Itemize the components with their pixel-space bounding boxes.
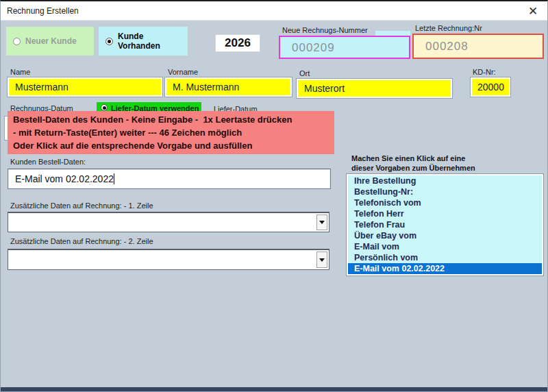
neue-rechnungs-nummer-field[interactable]: 000209 (279, 36, 410, 59)
chevron-down-icon (319, 221, 325, 224)
hint-line: - mit Return-Taste(Enter) weiter --- 46 … (13, 126, 334, 139)
preset-list-item[interactable]: Über eBay vom (348, 230, 542, 241)
zeile2-combobox[interactable] (8, 249, 329, 270)
vorgaben-hint-line1: Machen Sie einen Klick auf eine (351, 154, 465, 164)
bottom-bar (1, 387, 547, 391)
zeile2-dropdown-button[interactable] (316, 252, 327, 268)
preset-list-item[interactable]: Telefonisch vom (348, 197, 542, 208)
name-label: Name (10, 68, 30, 76)
kdnr-field[interactable]: 20000 (471, 77, 510, 97)
neue-rechnungs-nummer-label: Neue Rechnugs-Nummer (282, 26, 368, 34)
name-field[interactable]: Mustermann (8, 77, 162, 97)
preset-list-item[interactable]: Telefon Frau (348, 219, 542, 230)
zeile2-label: Zusätzliche Daten auf Rechnung: - 2. Zei… (10, 237, 153, 245)
ort-label: Ort (299, 69, 310, 77)
hint-banner: Bestell-Daten des Kunden - Keine Eingabe… (8, 111, 334, 154)
radio-checked-icon (101, 104, 108, 111)
preset-list-item[interactable]: Persönlich vom (348, 252, 542, 263)
preset-list-item[interactable]: E-Mail vom (348, 241, 542, 252)
hint-line: Oder Klick auf die entsprechende Vorgabe… (13, 139, 334, 152)
title-bar: Rechnung Erstellen ✕ (1, 1, 547, 21)
preset-list-item[interactable]: Bestellung-Nr: (348, 186, 542, 197)
zeile2-value (8, 254, 14, 265)
text-caret (114, 173, 114, 184)
letzte-rechnung-field[interactable]: 000208 (412, 34, 544, 59)
vorname-field[interactable]: M. Mustermann (165, 77, 292, 97)
preset-list-item[interactable]: Ihre Bestellung (348, 175, 542, 186)
rechnung-erstellen-dialog: Rechnung Erstellen ✕ Neuer Kunde Kunde V… (0, 0, 548, 392)
chevron-down-icon (319, 258, 325, 262)
zeile1-value (8, 217, 14, 227)
radio-kunde-vorhanden[interactable]: Kunde Vorhanden (99, 27, 188, 56)
window-title: Rechnung Erstellen (1, 6, 79, 16)
kunden-bestell-daten-value: E-Mail vom 02.02.2022 (8, 169, 114, 188)
zeile1-dropdown-button[interactable] (316, 215, 327, 230)
radio-neuer-kunde-label: Neuer Kunde (25, 36, 77, 46)
kunden-bestell-daten-input[interactable]: E-Mail vom 02.02.2022 (8, 169, 331, 189)
ort-field[interactable]: Musterort (297, 79, 452, 98)
hint-line: Bestell-Daten des Kunden - Keine Eingabe… (13, 113, 334, 126)
kdnr-label: KD-Nr: (473, 68, 496, 76)
close-icon[interactable]: ✕ (523, 1, 543, 21)
radio-kunde-vorhanden-label: Kunde Vorhanden (118, 32, 188, 51)
zeile1-combobox[interactable] (8, 212, 329, 232)
preset-list-item[interactable]: E-Mail vom 02.02.2022 (348, 263, 542, 274)
zeile1-label: Zusätzliche Daten auf Rechnung: - 1. Zei… (10, 201, 153, 210)
kunden-bestell-daten-label: Kunden Bestell-Daten: (10, 158, 86, 166)
radio-neuer-kunde[interactable]: Neuer Kunde (6, 27, 94, 56)
vorname-label: Vorname (168, 68, 198, 76)
letzte-rechnung-label: Letzte Rechnung:Nr (415, 24, 482, 32)
vorgaben-listbox[interactable]: Ihre BestellungBestellung-Nr:Telefonisch… (347, 174, 543, 275)
radio-checked-icon (105, 38, 113, 45)
year-label: 2026 (215, 34, 260, 52)
radio-icon (13, 38, 21, 45)
vorgaben-hint-line2: dieser Vorgaben zum Übernehmen (351, 164, 475, 173)
radio-liefer-datum-verwenden[interactable]: Liefer-Datum verwenden (97, 102, 201, 112)
preset-list-item[interactable]: Telefon Herr (348, 208, 542, 219)
